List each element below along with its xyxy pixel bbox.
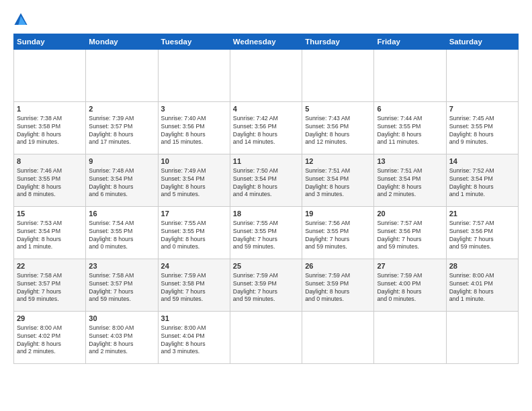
header xyxy=(13,12,519,27)
day-info: Sunrise: 8:00 AM Sunset: 4:03 PM Dayligh… xyxy=(89,324,154,357)
day-number: 4 xyxy=(233,104,299,114)
day-cell: 13Sunrise: 7:51 AM Sunset: 3:54 PM Dayli… xyxy=(374,154,446,207)
week-row-5: 29Sunrise: 8:00 AM Sunset: 4:02 PM Dayli… xyxy=(14,312,519,364)
day-number: 8 xyxy=(17,156,83,167)
day-number: 14 xyxy=(449,156,515,167)
day-info: Sunrise: 7:59 AM Sunset: 4:00 PM Dayligh… xyxy=(377,272,443,304)
day-cell: 8Sunrise: 7:46 AM Sunset: 3:55 PM Daylig… xyxy=(14,154,86,207)
day-cell: 16Sunrise: 7:54 AM Sunset: 3:55 PM Dayli… xyxy=(86,207,158,259)
day-cell xyxy=(446,50,518,102)
day-cell xyxy=(374,50,446,102)
day-number: 29 xyxy=(17,314,83,324)
day-cell: 22Sunrise: 7:58 AM Sunset: 3:57 PM Dayli… xyxy=(14,259,86,312)
week-row-4: 22Sunrise: 7:58 AM Sunset: 3:57 PM Dayli… xyxy=(14,259,519,312)
day-cell xyxy=(302,50,374,102)
day-cell: 24Sunrise: 7:59 AM Sunset: 3:58 PM Dayli… xyxy=(158,259,230,312)
day-number: 26 xyxy=(305,261,371,271)
day-cell xyxy=(374,312,446,364)
day-info: Sunrise: 7:59 AM Sunset: 3:58 PM Dayligh… xyxy=(161,272,227,304)
day-cell: 18Sunrise: 7:55 AM Sunset: 3:55 PM Dayli… xyxy=(230,207,302,259)
day-info: Sunrise: 7:55 AM Sunset: 3:55 PM Dayligh… xyxy=(161,220,227,252)
day-info: Sunrise: 7:53 AM Sunset: 3:54 PM Dayligh… xyxy=(17,220,83,252)
day-cell xyxy=(230,50,302,102)
day-cell: 5Sunrise: 7:43 AM Sunset: 3:56 PM Daylig… xyxy=(302,102,374,154)
day-info: Sunrise: 7:54 AM Sunset: 3:55 PM Dayligh… xyxy=(89,220,154,252)
day-info: Sunrise: 7:42 AM Sunset: 3:56 PM Dayligh… xyxy=(233,115,299,147)
day-number: 3 xyxy=(161,104,227,114)
day-cell: 26Sunrise: 7:59 AM Sunset: 3:59 PM Dayli… xyxy=(302,259,374,312)
col-header-thursday: Thursday xyxy=(302,34,374,50)
day-number: 10 xyxy=(161,156,227,167)
week-row-2: 8Sunrise: 7:46 AM Sunset: 3:55 PM Daylig… xyxy=(14,154,519,207)
day-cell: 17Sunrise: 7:55 AM Sunset: 3:55 PM Dayli… xyxy=(158,207,230,259)
day-cell: 12Sunrise: 7:51 AM Sunset: 3:54 PM Dayli… xyxy=(302,154,374,207)
day-number: 25 xyxy=(233,261,299,271)
day-cell xyxy=(86,50,158,102)
day-info: Sunrise: 7:48 AM Sunset: 3:54 PM Dayligh… xyxy=(89,167,154,199)
day-number: 30 xyxy=(89,314,154,324)
day-cell: 7Sunrise: 7:45 AM Sunset: 3:55 PM Daylig… xyxy=(446,102,518,154)
week-row-3: 15Sunrise: 7:53 AM Sunset: 3:54 PM Dayli… xyxy=(14,207,519,259)
week-row-0 xyxy=(14,50,519,102)
day-cell: 15Sunrise: 7:53 AM Sunset: 3:54 PM Dayli… xyxy=(14,207,86,259)
calendar-page: SundayMondayTuesdayWednesdayThursdayFrid… xyxy=(0,0,532,411)
day-number: 28 xyxy=(449,261,515,271)
day-info: Sunrise: 7:58 AM Sunset: 3:57 PM Dayligh… xyxy=(17,272,83,304)
day-number: 13 xyxy=(377,156,443,167)
day-info: Sunrise: 7:55 AM Sunset: 3:55 PM Dayligh… xyxy=(233,220,299,252)
col-header-tuesday: Tuesday xyxy=(158,34,230,50)
day-info: Sunrise: 8:00 AM Sunset: 4:02 PM Dayligh… xyxy=(17,324,83,357)
day-number: 7 xyxy=(449,104,515,114)
day-cell: 31Sunrise: 8:00 AM Sunset: 4:04 PM Dayli… xyxy=(158,312,230,364)
day-cell: 30Sunrise: 8:00 AM Sunset: 4:03 PM Dayli… xyxy=(86,312,158,364)
day-cell: 27Sunrise: 7:59 AM Sunset: 4:00 PM Dayli… xyxy=(374,259,446,312)
day-number: 27 xyxy=(377,261,443,271)
day-info: Sunrise: 7:57 AM Sunset: 3:56 PM Dayligh… xyxy=(377,220,443,252)
day-info: Sunrise: 7:44 AM Sunset: 3:55 PM Dayligh… xyxy=(377,115,443,147)
day-number: 16 xyxy=(89,209,154,219)
day-number: 23 xyxy=(89,261,154,271)
day-info: Sunrise: 7:51 AM Sunset: 3:54 PM Dayligh… xyxy=(377,167,443,199)
col-header-wednesday: Wednesday xyxy=(230,34,302,50)
day-info: Sunrise: 7:52 AM Sunset: 3:54 PM Dayligh… xyxy=(449,167,515,199)
day-info: Sunrise: 7:39 AM Sunset: 3:57 PM Dayligh… xyxy=(89,115,154,147)
day-number: 24 xyxy=(161,261,227,271)
day-number: 31 xyxy=(161,314,227,324)
day-number: 18 xyxy=(233,209,299,219)
day-info: Sunrise: 7:58 AM Sunset: 3:57 PM Dayligh… xyxy=(89,272,154,304)
day-cell xyxy=(230,312,302,364)
day-number: 21 xyxy=(449,209,515,219)
day-number: 15 xyxy=(17,209,83,219)
day-cell: 14Sunrise: 7:52 AM Sunset: 3:54 PM Dayli… xyxy=(446,154,518,207)
day-cell: 21Sunrise: 7:57 AM Sunset: 3:56 PM Dayli… xyxy=(446,207,518,259)
day-info: Sunrise: 8:00 AM Sunset: 4:01 PM Dayligh… xyxy=(449,272,515,304)
day-number: 5 xyxy=(305,104,371,114)
col-header-sunday: Sunday xyxy=(14,34,86,50)
day-info: Sunrise: 7:49 AM Sunset: 3:54 PM Dayligh… xyxy=(161,167,227,199)
day-cell: 3Sunrise: 7:40 AM Sunset: 3:56 PM Daylig… xyxy=(158,102,230,154)
day-cell xyxy=(14,50,86,102)
day-cell: 23Sunrise: 7:58 AM Sunset: 3:57 PM Dayli… xyxy=(86,259,158,312)
day-info: Sunrise: 7:57 AM Sunset: 3:56 PM Dayligh… xyxy=(449,220,515,252)
calendar-header-row: SundayMondayTuesdayWednesdayThursdayFrid… xyxy=(14,34,519,50)
day-cell: 10Sunrise: 7:49 AM Sunset: 3:54 PM Dayli… xyxy=(158,154,230,207)
day-info: Sunrise: 7:38 AM Sunset: 3:58 PM Dayligh… xyxy=(17,115,83,147)
col-header-saturday: Saturday xyxy=(446,34,518,50)
day-cell: 28Sunrise: 8:00 AM Sunset: 4:01 PM Dayli… xyxy=(446,259,518,312)
calendar-table: SundayMondayTuesdayWednesdayThursdayFrid… xyxy=(13,34,519,364)
logo-icon xyxy=(13,12,28,27)
logo xyxy=(13,12,31,27)
day-info: Sunrise: 7:45 AM Sunset: 3:55 PM Dayligh… xyxy=(449,115,515,147)
day-cell xyxy=(446,312,518,364)
day-cell: 11Sunrise: 7:50 AM Sunset: 3:54 PM Dayli… xyxy=(230,154,302,207)
day-cell xyxy=(302,312,374,364)
day-info: Sunrise: 7:40 AM Sunset: 3:56 PM Dayligh… xyxy=(161,115,227,147)
day-number: 11 xyxy=(233,156,299,167)
day-info: Sunrise: 8:00 AM Sunset: 4:04 PM Dayligh… xyxy=(161,324,227,357)
day-number: 9 xyxy=(89,156,154,167)
day-number: 20 xyxy=(377,209,443,219)
day-number: 2 xyxy=(89,104,154,114)
day-info: Sunrise: 7:59 AM Sunset: 3:59 PM Dayligh… xyxy=(305,272,371,304)
day-number: 22 xyxy=(17,261,83,271)
day-cell: 1Sunrise: 7:38 AM Sunset: 3:58 PM Daylig… xyxy=(14,102,86,154)
